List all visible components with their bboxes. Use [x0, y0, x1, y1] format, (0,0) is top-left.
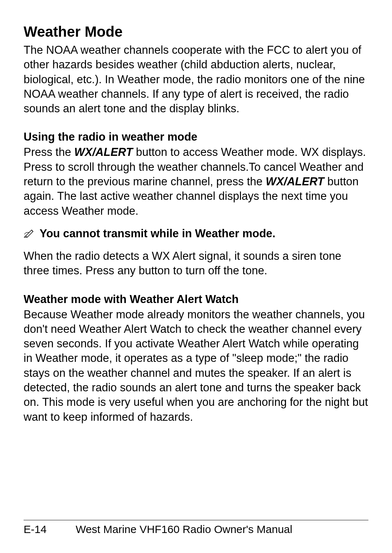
page-heading: Weather Mode	[24, 24, 368, 40]
page-number: E-14	[24, 523, 46, 536]
note-line: You cannot transmit while in Weather mod…	[24, 227, 368, 240]
footer-divider	[24, 520, 368, 520]
intro-paragraph: The NOAA weather channels cooperate with…	[24, 43, 368, 116]
section2-heading: Weather mode with Weather Alert Watch	[24, 293, 368, 306]
section2-text: Because Weather mode already monitors th…	[24, 307, 368, 424]
section1-text: Press the WX/ALERT button to access Weat…	[24, 145, 368, 218]
note-text: You cannot transmit while in Weather mod…	[40, 227, 275, 240]
section1-part1: Press the	[24, 146, 74, 158]
section1-heading: Using the radio in weather mode	[24, 130, 368, 144]
section1-bold2: WX/ALERT	[266, 175, 324, 188]
page-footer: E-14 West Marine VHF160 Radio Owner's Ma…	[24, 520, 368, 536]
pencil-icon	[24, 229, 35, 241]
manual-title: West Marine VHF160 Radio Owner's Manual	[75, 523, 292, 536]
svg-line-1	[32, 230, 33, 231]
after-note-text: When the radio detects a WX Alert signal…	[24, 249, 368, 278]
section1-bold1: WX/ALERT	[74, 146, 133, 158]
